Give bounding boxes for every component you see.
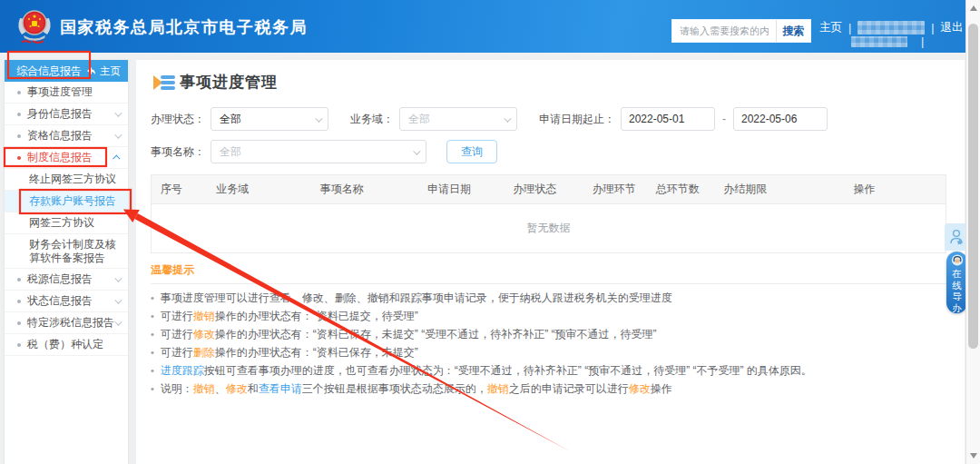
sidebar-item-terminate-agreement[interactable]: 终止网签三方协议 — [5, 169, 128, 191]
query-button[interactable]: 查询 — [446, 140, 497, 163]
tip-line: 可进行撤销操作的办理状态有：“资料已提交，待受理” — [151, 309, 946, 323]
empty-state-text: 暂无数据 — [152, 204, 946, 253]
site-title: 国家税务总局北京市电子税务局 — [60, 16, 308, 38]
user-bar-secondary: | — [851, 35, 924, 48]
divider — [151, 283, 946, 284]
customer-service-avatar-icon — [950, 254, 965, 266]
separator: | — [848, 22, 851, 35]
sidebar-home-link[interactable]: 主页 — [86, 64, 121, 78]
tip-line: 可进行修改操作的办理状态有：“资料已保存，未提交” “受理不通过，待补齐补正” … — [151, 327, 946, 341]
sidebar-item-status[interactable]: 状态信息报告 — [5, 291, 128, 312]
sidebar-item-identity[interactable]: 身份信息报告 — [5, 104, 128, 125]
chevron-down-icon — [315, 114, 322, 122]
tip-line: 可进行删除操作的办理状态有：“资料已保存，未提交” — [151, 345, 946, 360]
bullet-icon — [17, 300, 21, 303]
chevron-down-icon — [114, 131, 122, 138]
sidebar-item-progress[interactable]: 事项进度管理 — [5, 82, 128, 104]
bullet-icon — [17, 113, 21, 116]
page: 国家税务总局北京市电子税务局 搜索 主页 | | 退出 | 综合信息报告 主页 — [0, 0, 980, 464]
logout-link[interactable]: 退出 — [941, 20, 964, 35]
bullet-icon — [17, 156, 21, 160]
user-star-icon — [949, 229, 964, 245]
redacted-taxpayer-id — [851, 36, 907, 47]
item-name-label: 事项名称： — [151, 144, 205, 160]
sidebar-item-system-report[interactable]: 制度信息报告 — [5, 147, 128, 169]
domain-label: 业务域： — [350, 112, 394, 127]
chevron-down-icon — [114, 318, 122, 325]
search-button[interactable]: 搜索 — [776, 20, 810, 42]
col-actions: 操作 — [783, 175, 946, 204]
sidebar-header: 综合信息报告 主页 — [5, 60, 128, 82]
sidebar-item-specific-tax-info[interactable]: 特定涉税信息报告 — [5, 312, 128, 334]
online-guide-label: 在线导办 — [952, 268, 963, 313]
sidebar-item-deposit-account-report[interactable]: 存款账户账号报告 — [5, 191, 128, 212]
bullet-icon — [17, 91, 21, 94]
col-item-name: 事项名称 — [274, 175, 409, 204]
progress-table: 序号 业务域 事项名称 申请日期 办理状态 办理环节 总环节数 办结期限 操作 … — [151, 174, 946, 253]
filter-bar: 办理状态： 全部 业务域： 全部 申请日期起止： - 事项名称： 全部 — [151, 107, 946, 163]
chevron-up-icon — [113, 154, 120, 162]
tax-bureau-emblem-icon — [15, 5, 54, 47]
date-from-input[interactable] — [621, 107, 715, 131]
domain-select[interactable]: 全部 — [399, 107, 517, 131]
scroll-up-arrow-icon[interactable] — [970, 5, 977, 11]
sidebar-item-accounting-filing[interactable]: 财务会计制度及核算软件备案报告 — [5, 234, 128, 269]
sidebar-menu: 事项进度管理 身份信息报告 资格信息报告 制度信息报告 终止网签三方协议 — [5, 82, 128, 356]
scroll-down-arrow-icon[interactable] — [970, 453, 977, 459]
online-guide-widget[interactable]: 在线导办 — [946, 252, 967, 313]
tips-section: 温馨提示 事项进度管理可以进行查看、修改、删除、撤销和跟踪事项申请记录，便于纳税… — [151, 262, 946, 396]
separator: | — [931, 22, 934, 35]
sidebar-category-title: 综合信息报告 — [16, 64, 82, 79]
col-status: 办理状态 — [489, 175, 581, 204]
chevron-down-icon — [413, 147, 420, 154]
col-step: 办理环节 — [581, 175, 648, 204]
col-deadline: 办结期限 — [708, 175, 783, 204]
tip-line: 进度跟踪按钮可查看事项办理的进度，也可查看办理状态为：“受理不通过，待补齐补正”… — [151, 363, 946, 378]
favorite-user-widget[interactable] — [945, 223, 967, 251]
sidebar-item-tax-source[interactable]: 税源信息报告 — [5, 269, 128, 291]
bullet-icon — [17, 134, 21, 138]
col-total-steps: 总环节数 — [648, 175, 708, 204]
chevron-down-icon — [114, 296, 122, 303]
table-header-row: 序号 业务域 事项名称 申请日期 办理状态 办理环节 总环节数 办结期限 操作 — [152, 175, 946, 204]
page-title-icon — [151, 73, 178, 93]
sidebar-item-tax-type[interactable]: 税（费）种认定 — [5, 334, 128, 356]
page-title: 事项进度管理 — [180, 72, 278, 93]
bullet-icon — [17, 343, 21, 347]
empty-row: 暂无数据 — [152, 204, 946, 253]
col-seq: 序号 — [152, 175, 191, 204]
back-home-icon — [86, 66, 96, 75]
chevron-down-icon — [114, 109, 122, 116]
chevron-down-icon — [114, 274, 122, 281]
date-separator: - — [722, 113, 726, 125]
tips-title: 温馨提示 — [151, 262, 946, 278]
sidebar: 综合信息报告 主页 事项进度管理 身份信息报告 资格信息报告 — [5, 60, 128, 464]
scrollbar-thumb[interactable] — [968, 24, 978, 349]
tips-list: 事项进度管理可以进行查看、修改、删除、撤销和跟踪事项申请记录，便于纳税人跟进税务… — [151, 291, 946, 396]
search-input[interactable] — [672, 20, 776, 42]
tip-line: 说明：撤销、修改和查看申请三个按钮是根据事项状态动态展示的，撤销之后的申请记录可… — [151, 381, 946, 396]
main-content: 事项进度管理 办理状态： 全部 业务域： 全部 申请日期起止： - — [136, 60, 965, 464]
bullet-icon — [17, 321, 21, 325]
sidebar-item-online-agreement[interactable]: 网签三方协议 — [5, 212, 128, 234]
date-to-input[interactable] — [733, 107, 828, 131]
separator: | — [921, 35, 924, 48]
bullet-icon — [17, 278, 21, 281]
home-link[interactable]: 主页 — [819, 20, 842, 35]
redacted-username — [858, 21, 925, 35]
chevron-down-icon — [504, 114, 511, 122]
header-search: 搜索 — [671, 19, 811, 43]
date-range-label: 申请日期起止： — [539, 112, 615, 127]
tip-line: 事项进度管理可以进行查看、修改、删除、撤销和跟踪事项申请记录，便于纳税人跟进税务… — [151, 291, 946, 305]
sidebar-item-qualification[interactable]: 资格信息报告 — [5, 125, 128, 147]
top-banner: 国家税务总局北京市电子税务局 搜索 主页 | | 退出 | — [0, 0, 965, 53]
col-apply-date: 申请日期 — [409, 175, 489, 204]
status-label: 办理状态： — [151, 112, 205, 127]
status-select[interactable]: 全部 — [211, 107, 328, 131]
item-name-select[interactable]: 全部 — [211, 140, 426, 163]
vertical-scrollbar[interactable] — [965, 0, 980, 464]
col-business-domain: 业务域 — [191, 175, 274, 204]
user-bar: 主页 | | 退出 — [819, 20, 964, 35]
